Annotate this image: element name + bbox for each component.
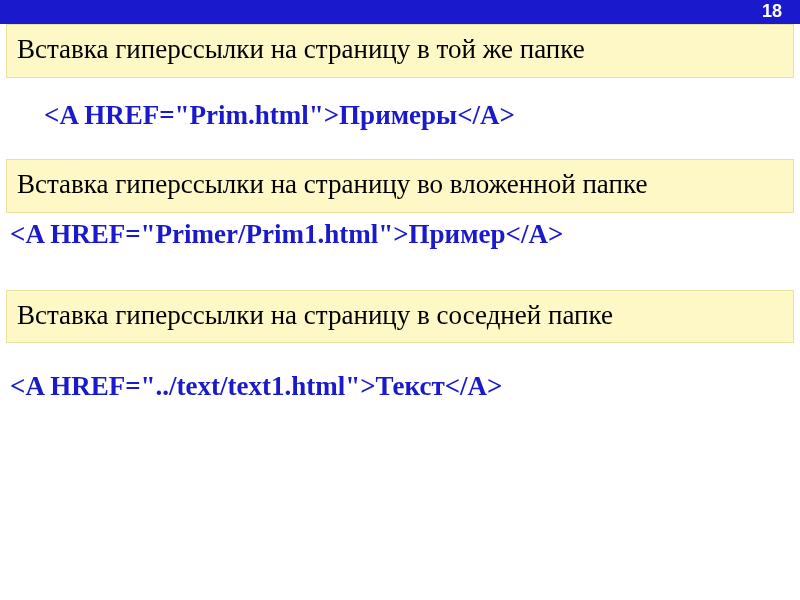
slide-header-bar: 18	[0, 0, 800, 24]
section-heading-3: Вставка гиперссылки на страницу в соседн…	[6, 290, 794, 344]
code-example-2: <A HREF="Primer/Prim1.html">Пример</A>	[0, 213, 800, 290]
code-example-1: <A HREF="Prim.html">Примеры</A>	[0, 78, 800, 159]
code-example-3: <A HREF="../text/text1.html">Текст</A>	[0, 343, 800, 412]
section-heading-2: Вставка гиперссылки на страницу во вложе…	[6, 159, 794, 213]
page-number: 18	[762, 1, 782, 22]
section-heading-1: Вставка гиперссылки на страницу в той же…	[6, 24, 794, 78]
